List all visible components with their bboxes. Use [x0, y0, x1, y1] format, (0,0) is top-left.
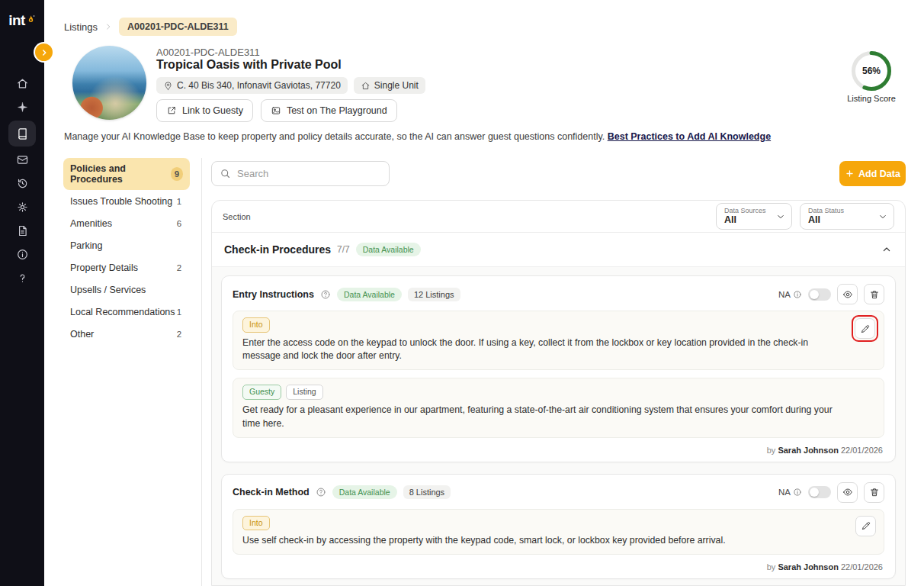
knowledge-table: Section Data Sources All Data Status All… — [211, 200, 906, 586]
inbox-icon — [16, 153, 29, 166]
header-actions: Link to Guesty Test on The Playground — [156, 99, 397, 122]
house-icon — [361, 81, 371, 91]
question-circle-icon[interactable] — [316, 487, 326, 497]
category-property-details[interactable]: Property Details2 — [63, 257, 190, 279]
section-title: Check-in Procedures — [224, 243, 331, 256]
chevron-right-icon — [104, 22, 113, 31]
sidebar-item-home[interactable] — [8, 72, 36, 95]
category-other[interactable]: Other2 — [63, 324, 190, 345]
card-title: Entry Instructions — [233, 289, 314, 300]
test-playground-button[interactable]: Test on The Playground — [261, 99, 397, 122]
search-box[interactable] — [211, 161, 390, 186]
entry-guesty-listing: Guesty Listing Get ready for a pleasant … — [233, 378, 884, 437]
breadcrumb-current[interactable]: A00201-PDC-ALDE311 — [119, 18, 237, 36]
edit-wrap — [855, 516, 876, 536]
card-header: Entry Instructions Data Available 12 Lis… — [222, 276, 895, 311]
category-issues[interactable]: Issues Trouble Shooting1 — [63, 191, 190, 212]
sidebar-expand-button[interactable] — [35, 43, 53, 61]
data-sources-filter[interactable]: Data Sources All — [716, 203, 792, 230]
delete-button[interactable] — [864, 284, 884, 304]
section-column-header: Section — [223, 212, 251, 221]
listings-count-chip[interactable]: 8 Listings — [403, 485, 451, 499]
breadcrumb-listings[interactable]: Listings — [64, 21, 98, 33]
settings-gear-icon — [16, 201, 29, 214]
chevron-up-icon — [881, 243, 893, 256]
address-chip: C. 40 Bis 340, Infonavit Gaviotas, 77720 — [156, 77, 348, 94]
tag-into: Into — [242, 317, 270, 333]
edit-button[interactable] — [855, 318, 875, 339]
chevron-down-icon — [775, 211, 786, 222]
question-circle-icon[interactable] — [320, 289, 331, 300]
na-toggle[interactable] — [808, 288, 831, 301]
edit-button[interactable] — [855, 516, 876, 536]
author-name: Sarah Johnson — [778, 562, 838, 572]
preview-button[interactable] — [837, 482, 858, 503]
tag-listing: Listing — [286, 385, 322, 400]
sparkles-icon — [16, 101, 29, 114]
section-header[interactable]: Check-in Procedures 7/7 Data Available — [212, 233, 905, 267]
sidebar-item-settings[interactable] — [8, 195, 36, 219]
delete-button[interactable] — [864, 482, 884, 503]
na-label: NA — [778, 290, 802, 299]
search-input[interactable] — [237, 168, 381, 179]
best-practices-link[interactable]: Best Practices to Add AI Knowledge — [608, 131, 771, 142]
home-icon — [16, 77, 29, 90]
knowledge-book-icon — [16, 127, 29, 140]
score-value: 56% — [862, 66, 881, 76]
search-icon — [220, 168, 231, 179]
category-amenities[interactable]: Amenities6 — [63, 213, 190, 234]
author-name: Sarah Johnson — [778, 446, 838, 455]
sidebar-nav — [8, 72, 36, 290]
sidebar-item-history[interactable] — [8, 172, 36, 195]
entry-into: Into Enter the access code on the keypad… — [233, 311, 884, 370]
category-local-recommendations[interactable]: Local Recommendations1 — [63, 301, 190, 323]
unit-type-text: Single Unit — [374, 80, 419, 91]
unit-type-chip: Single Unit — [354, 77, 425, 94]
address-text: C. 40 Bis 340, Infonavit Gaviotas, 77720 — [177, 80, 341, 91]
tag-into: Into — [242, 516, 270, 531]
plus-icon — [845, 169, 855, 179]
sidebar-item-ai[interactable] — [8, 95, 36, 119]
listing-score: 56% Listing Score — [844, 50, 899, 103]
collapse-section-button[interactable] — [881, 243, 893, 256]
category-policies[interactable]: Policies and Procedures9 — [63, 158, 190, 190]
property-code: A00201-PDC-ALDE311 — [156, 47, 260, 58]
property-chips: C. 40 Bis 340, Infonavit Gaviotas, 77720… — [156, 77, 425, 94]
category-parking[interactable]: Parking — [63, 235, 190, 256]
sidebar-item-knowledge[interactable] — [8, 121, 36, 146]
na-toggle[interactable] — [808, 486, 831, 498]
sidebar-item-documents[interactable] — [8, 219, 36, 243]
edit-date: 22/01/2026 — [841, 562, 883, 572]
preview-button[interactable] — [837, 284, 858, 304]
map-pin-icon — [163, 81, 173, 91]
category-upsells[interactable]: Upsells / Services — [63, 279, 190, 301]
status-badge: Data Available — [332, 485, 397, 499]
sidebar-item-info[interactable] — [8, 243, 36, 266]
link-to-guesty-button[interactable]: Link to Guesty — [156, 99, 253, 122]
table-header-row: Section Data Sources All Data Status All — [212, 201, 905, 233]
sidebar-item-inbox[interactable] — [8, 148, 36, 172]
app-logo: int — [0, 12, 44, 29]
trash-icon — [869, 487, 880, 497]
property-photo — [72, 46, 146, 120]
edit-date: 22/01/2026 — [841, 446, 883, 455]
chevron-right-icon — [40, 48, 49, 57]
flame-icon — [26, 14, 36, 27]
eye-icon — [842, 289, 853, 300]
history-icon — [16, 177, 29, 190]
logo-text: int — [8, 12, 25, 29]
listings-count-chip[interactable]: 12 Listings — [408, 288, 460, 301]
pencil-icon — [861, 520, 871, 531]
info-icon — [16, 248, 29, 261]
sidebar-item-help[interactable] — [8, 266, 36, 290]
entry-text: Get ready for a pleasant experience in o… — [242, 404, 841, 431]
sidebar: int — [0, 0, 44, 586]
external-link-icon — [166, 105, 177, 116]
data-status-filter[interactable]: Data Status All — [800, 203, 894, 230]
status-badge: Data Available — [337, 288, 402, 301]
card-header: Check-in Method Data Available 8 Listing… — [222, 475, 895, 509]
section-status-badge: Data Available — [356, 243, 421, 256]
add-data-button[interactable]: Add Data — [839, 161, 906, 186]
entry-text: Enter the access code on the keypad to u… — [242, 336, 841, 364]
pencil-icon — [860, 324, 871, 334]
